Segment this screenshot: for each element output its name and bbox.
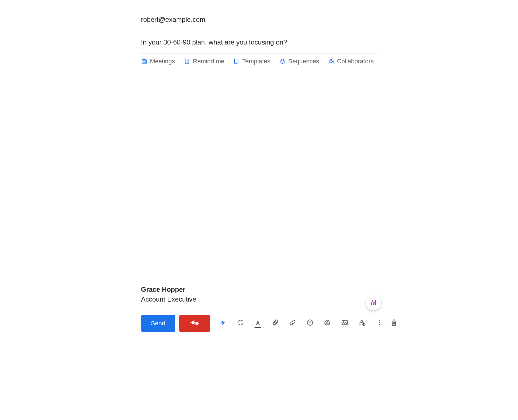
attach-button[interactable] — [270, 319, 280, 328]
remind-button[interactable]: Remind me — [184, 58, 224, 65]
extension-fab[interactable]: M — [366, 295, 381, 311]
divider — [140, 309, 379, 309]
sequences-button[interactable]: Sequences — [279, 58, 319, 65]
subject-value: In your 30-60-90 plan, what are you focu… — [141, 38, 287, 46]
image-icon — [341, 319, 348, 328]
svg-point-9 — [330, 59, 332, 61]
text-color-button[interactable] — [253, 319, 263, 328]
confidential-mode-button[interactable] — [357, 319, 367, 328]
format-toolbar — [218, 319, 367, 328]
insert-image-button[interactable] — [340, 319, 349, 328]
link-icon — [289, 319, 296, 328]
svg-point-22 — [379, 324, 380, 325]
meetings-label: Meetings — [150, 58, 175, 65]
send-later-icon — [190, 319, 199, 328]
svg-point-6 — [145, 62, 145, 63]
sequences-label: Sequences — [288, 58, 319, 65]
discard-draft-button[interactable] — [389, 319, 399, 328]
collaborators-label: Collaborators — [337, 58, 374, 65]
more-options-button[interactable] — [375, 319, 384, 328]
templates-button[interactable]: Templates — [233, 58, 270, 65]
send-label: Send — [151, 320, 165, 327]
collaborators-button[interactable]: Collaborators — [328, 58, 374, 65]
svg-point-21 — [379, 322, 380, 323]
quick-action-button[interactable] — [218, 319, 228, 328]
svg-point-10 — [329, 61, 330, 62]
svg-point-20 — [379, 320, 380, 321]
trash-icon — [390, 319, 398, 328]
emoji-icon — [306, 319, 314, 328]
drive-icon — [324, 319, 331, 328]
refresh-button[interactable] — [236, 319, 245, 328]
people-icon — [328, 58, 334, 64]
lock-clock-icon — [358, 319, 366, 328]
paperclip-icon — [272, 319, 279, 328]
refresh-icon — [237, 319, 244, 328]
emoji-button[interactable] — [305, 319, 315, 328]
clock-icon — [184, 58, 190, 64]
drive-button[interactable] — [323, 319, 332, 328]
svg-point-5 — [144, 62, 144, 63]
bolt-icon — [220, 319, 227, 328]
recipient-value: robert@example.com — [141, 16, 206, 23]
send-button[interactable]: Send — [141, 315, 175, 332]
more-vert-icon — [376, 319, 383, 328]
send-later-button[interactable] — [179, 315, 210, 332]
svg-point-4 — [143, 62, 143, 63]
extension-logo-icon: M — [371, 299, 376, 307]
svg-point-15 — [311, 322, 311, 322]
svg-point-17 — [343, 322, 344, 323]
svg-point-14 — [309, 322, 309, 322]
svg-point-1 — [143, 62, 143, 62]
svg-point-2 — [144, 62, 144, 62]
signature-title: Account Executive — [141, 295, 377, 304]
insert-link-button[interactable] — [288, 319, 297, 328]
svg-point-11 — [332, 61, 333, 62]
signature-name: Grace Hopper — [141, 285, 377, 295]
recipient-field[interactable]: robert@example.com — [140, 11, 379, 31]
text-color-icon — [254, 319, 262, 328]
note-icon — [233, 58, 239, 64]
subject-field[interactable]: In your 30-60-90 plan, what are you focu… — [140, 31, 379, 54]
message-body[interactable] — [140, 69, 379, 285]
meetings-button[interactable]: Meetings — [141, 58, 175, 65]
svg-point-13 — [307, 320, 313, 325]
stack-icon — [279, 58, 286, 64]
templates-label: Templates — [242, 58, 270, 65]
compose-panel: robert@example.com In your 30-60-90 plan… — [87, 11, 432, 340]
remind-label: Remind me — [193, 58, 224, 65]
calendar-icon — [141, 58, 147, 64]
action-bar: Send — [140, 315, 379, 340]
extension-toolbar: Meetings Remind me — [140, 54, 379, 69]
svg-point-3 — [145, 62, 145, 62]
signature-block: Grace Hopper Account Executive — [140, 285, 379, 309]
